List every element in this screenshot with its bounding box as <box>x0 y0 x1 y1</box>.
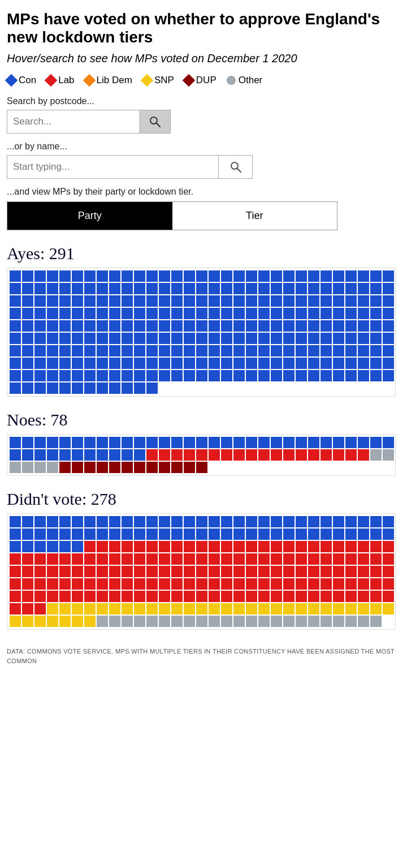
grid-cell <box>283 591 295 602</box>
grid-cell <box>10 333 21 344</box>
grid-cell <box>383 358 394 369</box>
grid-cell <box>358 591 369 602</box>
grid-cell <box>34 516 46 527</box>
grid-cell <box>258 345 270 356</box>
grid-cell <box>333 591 344 602</box>
subheadline: Hover/search to see how MPs voted on Dec… <box>7 51 400 66</box>
grid-cell <box>246 333 257 344</box>
grid-cell <box>109 591 120 602</box>
grid-cell <box>283 516 295 527</box>
grid-cell <box>34 345 46 356</box>
grid-cell <box>22 370 33 381</box>
grid-cell <box>22 528 33 540</box>
grid-cell <box>134 270 145 282</box>
grid-cell <box>47 437 58 448</box>
grid-cell <box>233 449 245 461</box>
grid-cell <box>109 462 120 473</box>
name-search-button[interactable] <box>218 156 252 178</box>
grid-cell <box>109 616 120 627</box>
grid-cell <box>221 295 232 307</box>
grid-cell <box>84 462 96 473</box>
grid-cell <box>209 516 220 527</box>
grid-cell <box>97 616 108 627</box>
name-search-input[interactable] <box>7 156 218 178</box>
grid-cell <box>370 270 382 282</box>
grid-cell <box>72 516 83 527</box>
grid-cell <box>358 370 369 381</box>
grid-cell <box>209 553 220 565</box>
grid-cell <box>59 437 71 448</box>
grid-cell <box>333 283 344 294</box>
grid-cell <box>246 603 257 615</box>
grid-cell <box>59 383 71 394</box>
grid-cell <box>159 566 170 577</box>
grid-cell <box>171 462 183 473</box>
grid-cell <box>97 591 108 602</box>
grid-cell <box>146 383 158 394</box>
grid-cell <box>271 308 282 319</box>
grid-cell <box>159 333 170 344</box>
tab-party[interactable]: Party <box>7 202 172 230</box>
grid-cell <box>196 345 207 356</box>
grid-cell <box>296 345 307 356</box>
grid-cell <box>171 270 183 282</box>
tab-tier[interactable]: Tier <box>172 202 337 230</box>
grid-cell <box>59 270 71 282</box>
grid-cell <box>122 462 133 473</box>
grid-cell <box>246 320 257 332</box>
postcode-search-button[interactable] <box>139 110 170 133</box>
dup-icon <box>183 74 196 87</box>
grid-cell <box>72 541 83 552</box>
grid-cell <box>383 283 394 294</box>
grid-cell <box>72 616 83 627</box>
grid-cell <box>10 449 21 461</box>
grid-cell <box>184 308 195 319</box>
svg-line-3 <box>237 169 241 173</box>
grid-cell <box>283 566 295 577</box>
grid-cell <box>122 603 133 615</box>
grid-cell <box>196 358 207 369</box>
grid-cell <box>333 603 344 615</box>
grid-cell <box>134 541 145 552</box>
grid-cell <box>308 616 319 627</box>
grid-cell <box>345 541 357 552</box>
grid-cell <box>258 578 270 590</box>
grid-cell <box>246 541 257 552</box>
grid-cell <box>308 528 319 540</box>
grid-cell <box>283 541 295 552</box>
grid-cell <box>84 578 96 590</box>
grid-cell <box>146 320 158 332</box>
grid-cell <box>134 516 145 527</box>
grid-cell <box>258 553 270 565</box>
grid-cell <box>22 462 33 473</box>
grid-cell <box>321 437 332 448</box>
grid-cell <box>233 528 245 540</box>
grid-cell <box>122 295 133 307</box>
grid-cell <box>271 345 282 356</box>
grid-cell <box>283 270 295 282</box>
grid-cell <box>122 566 133 577</box>
legend-snp-label: SNP <box>154 75 174 86</box>
grid-cell <box>34 591 46 602</box>
postcode-search-input[interactable] <box>7 110 139 133</box>
grid-cell <box>134 308 145 319</box>
grid-cell <box>97 370 108 381</box>
grid-cell <box>72 462 83 473</box>
grid-cell <box>109 370 120 381</box>
grid-cell <box>370 295 382 307</box>
grid-cell <box>109 295 120 307</box>
grid-cell <box>184 345 195 356</box>
grid-cell <box>184 333 195 344</box>
grid-cell <box>358 358 369 369</box>
grid-cell <box>47 370 58 381</box>
grid-cell <box>383 603 394 615</box>
grid-cell <box>184 603 195 615</box>
grid-cell <box>271 578 282 590</box>
grid-cell <box>184 283 195 294</box>
grid-cell <box>333 616 344 627</box>
grid-cell <box>271 616 282 627</box>
grid-cell <box>146 295 158 307</box>
grid-cell <box>159 370 170 381</box>
grid-cell <box>109 333 120 344</box>
grid-cell <box>134 358 145 369</box>
